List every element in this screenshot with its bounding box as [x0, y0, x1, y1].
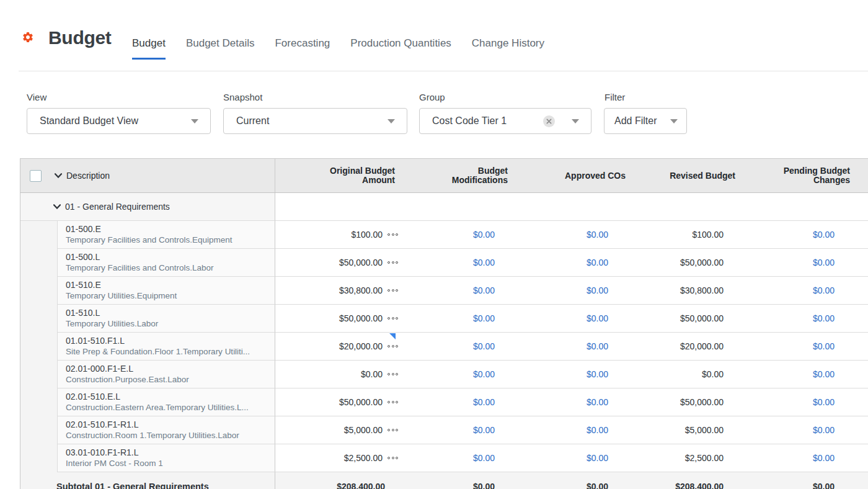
revised-budget-column-header[interactable]: Revised Budget	[645, 159, 763, 192]
tool-gear-icon[interactable]	[22, 31, 34, 46]
description-column-header[interactable]: Description	[66, 171, 110, 181]
group-label: Group	[419, 92, 445, 102]
description-cell[interactable]: 01-510.E Temporary Utilities.Equipment	[57, 277, 275, 305]
budget-modifications-cell: $0.00	[430, 333, 528, 361]
row-actions-icon[interactable]	[388, 233, 398, 236]
table-row: 01-510.E Temporary Utilities.Equipment $…	[20, 277, 868, 305]
budget-modifications-link[interactable]: $0.00	[473, 230, 495, 240]
row-actions-icon[interactable]	[388, 429, 398, 431]
original-budget-cell[interactable]: $50,000.00	[275, 249, 430, 277]
budget-modifications-link[interactable]: $0.00	[473, 397, 495, 407]
revised-budget-cell: $100.00	[645, 221, 763, 249]
revised-budget-cell: $50,000.00	[645, 249, 763, 277]
snapshot-label: Snapshot	[223, 92, 262, 102]
description-cell[interactable]: 01-500.L Temporary Facilities and Contro…	[57, 249, 275, 277]
pending-budget-changes-cell: $0.00	[763, 277, 868, 305]
table-row: 01-510.L Temporary Utilities.Labor $50,0…	[20, 305, 868, 333]
select-all-checkbox[interactable]	[30, 170, 42, 182]
group-row-label: 01 - General Requirements	[65, 202, 170, 212]
pending-budget-changes-link[interactable]: $0.00	[813, 397, 835, 407]
approved-cos-link[interactable]: $0.00	[587, 369, 608, 379]
row-actions-icon[interactable]	[388, 289, 398, 292]
approved-cos-cell: $0.00	[528, 361, 645, 388]
filter-bar: View Standard Budget View Snapshot Curre…	[0, 87, 868, 143]
pending-budget-changes-link[interactable]: $0.00	[813, 313, 835, 323]
approved-cos-link[interactable]: $0.00	[587, 397, 608, 407]
tab-budget-details[interactable]: Budget Details	[186, 37, 255, 60]
budget-modifications-column-header[interactable]: BudgetModifications	[430, 159, 528, 192]
row-actions-icon[interactable]	[388, 261, 398, 264]
original-budget-cell[interactable]: $50,000.00	[275, 388, 430, 416]
budget-modifications-link[interactable]: $0.00	[473, 369, 495, 379]
budget-modifications-cell: $0.00	[430, 444, 528, 472]
description-cell[interactable]: 02.01-510.E.L Construction.Eastern Area.…	[57, 388, 275, 416]
approved-cos-link[interactable]: $0.00	[587, 285, 608, 295]
pending-budget-changes-link[interactable]: $0.00	[813, 425, 835, 435]
snapshot-dropdown[interactable]: Current	[223, 108, 407, 134]
pending-budget-changes-link[interactable]: $0.00	[813, 230, 835, 240]
budget-modifications-link[interactable]: $0.00	[473, 258, 495, 267]
table-row: 01.01-510.F1.L Site Prep & Foundation.Fl…	[20, 333, 868, 361]
snapshot-dropdown-value: Current	[224, 115, 388, 127]
remove-group-button[interactable]	[543, 115, 555, 127]
budget-modifications-link[interactable]: $0.00	[473, 285, 495, 295]
pending-budget-changes-link[interactable]: $0.00	[813, 258, 835, 267]
row-actions-icon[interactable]	[388, 457, 398, 459]
tab-forecasting[interactable]: Forecasting	[275, 37, 330, 60]
approved-cos-link[interactable]: $0.00	[587, 230, 608, 240]
original-budget-cell[interactable]: $20,000.00	[275, 333, 430, 361]
approved-cos-link[interactable]: $0.00	[587, 425, 608, 435]
approved-cos-column-header[interactable]: Approved COs	[528, 159, 645, 192]
budget-modifications-link[interactable]: $0.00	[473, 341, 495, 351]
add-filter-dropdown[interactable]: Add Filter	[604, 108, 687, 134]
pending-budget-changes-cell: $0.00	[763, 221, 868, 249]
pending-budget-changes-link[interactable]: $0.00	[813, 341, 835, 351]
original-budget-cell[interactable]: $0.00	[275, 361, 430, 388]
budget-modifications-cell: $0.00	[430, 416, 528, 444]
row-actions-icon[interactable]	[388, 345, 398, 348]
description-cell[interactable]: 02.01-510.F1-R1.L Construction.Room 1.Te…	[57, 416, 275, 444]
approved-cos-link[interactable]: $0.00	[587, 313, 608, 323]
original-budget-cell[interactable]: $30,800.00	[275, 277, 430, 305]
budget-modifications-cell: $0.00	[430, 305, 528, 333]
original-budget-column-header[interactable]: Original BudgetAmount	[275, 159, 430, 192]
original-budget-cell[interactable]: $100.00	[275, 221, 430, 249]
collapse-all-chevron-icon[interactable]	[55, 173, 62, 178]
tab-budget[interactable]: Budget	[132, 37, 166, 60]
budget-table: Description Original BudgetAmount Budget…	[20, 158, 868, 489]
original-budget-cell[interactable]: $5,000.00	[275, 416, 430, 444]
tab-change-history[interactable]: Change History	[472, 37, 544, 60]
description-cell[interactable]: 01-500.E Temporary Facilities and Contro…	[57, 221, 275, 249]
description-cell[interactable]: 03.01-010.F1-R1.L Interior PM Cost - Roo…	[57, 444, 275, 472]
group-dropdown[interactable]: Cost Code Tier 1	[419, 108, 591, 134]
pending-budget-changes-link[interactable]: $0.00	[813, 453, 835, 463]
group-row-description[interactable]: 01 - General Requirements	[20, 193, 275, 221]
budget-modifications-link[interactable]: $0.00	[473, 425, 495, 435]
topbar: Budget Budget Budget Details Forecasting…	[0, 0, 868, 71]
budget-modifications-link[interactable]: $0.00	[473, 313, 495, 323]
description-cell[interactable]: 02.01-000.F1-E.L Construction.Purpose.Ea…	[57, 361, 275, 388]
pending-budget-changes-link[interactable]: $0.00	[813, 285, 835, 295]
description-cell[interactable]: 01-510.L Temporary Utilities.Labor	[57, 305, 275, 333]
original-budget-cell[interactable]: $2,500.00	[275, 444, 430, 472]
chevron-down-icon	[670, 119, 678, 123]
pending-budget-changes-cell: $0.00	[763, 249, 868, 277]
pending-budget-changes-link[interactable]: $0.00	[813, 369, 835, 379]
row-actions-icon[interactable]	[388, 373, 398, 375]
tab-production-quantities[interactable]: Production Quantities	[350, 37, 451, 60]
approved-cos-link[interactable]: $0.00	[587, 258, 608, 267]
subtotal-budget-modifications: $0.00	[430, 472, 528, 489]
collapse-group-chevron-icon[interactable]	[53, 204, 61, 209]
view-dropdown[interactable]: Standard Budget View	[27, 108, 211, 134]
pending-budget-changes-column-header[interactable]: Pending BudgetChanges	[763, 159, 868, 192]
description-cell[interactable]: 01.01-510.F1.L Site Prep & Foundation.Fl…	[57, 333, 275, 361]
table-row: 01-500.L Temporary Facilities and Contro…	[20, 249, 868, 277]
row-actions-icon[interactable]	[388, 401, 398, 403]
original-budget-cell[interactable]: $50,000.00	[275, 305, 430, 333]
approved-cos-link[interactable]: $0.00	[587, 341, 608, 351]
approved-cos-link[interactable]: $0.00	[587, 453, 608, 463]
row-actions-icon[interactable]	[388, 317, 398, 320]
view-dropdown-value: Standard Budget View	[27, 115, 191, 127]
approved-cos-cell: $0.00	[528, 416, 645, 444]
budget-modifications-link[interactable]: $0.00	[473, 453, 495, 463]
